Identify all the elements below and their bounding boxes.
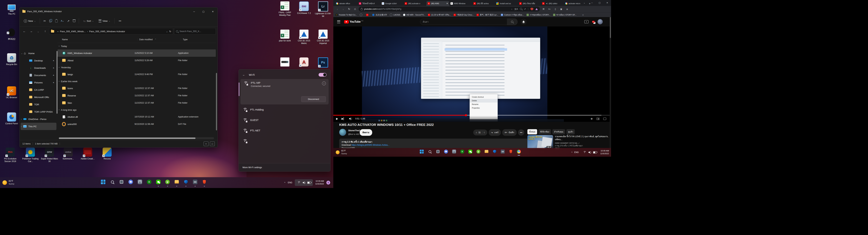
desktop-icon[interactable]: Civil 3D 2015 Imperial	[314, 30, 332, 45]
disconnect-button[interactable]: Disconnect	[301, 96, 326, 102]
browser-tab[interactable]: ◄) Install and ac ✕	[495, 1, 518, 6]
bookmark-item[interactable]: Cartoon การ์ตูน อนิเม...	[501, 13, 524, 16]
browser-tab[interactable]: ◄) (86) อีธิ activa ✕	[472, 1, 495, 6]
details-view-button[interactable]: ≡	[204, 141, 209, 146]
column-date-modified[interactable]: Date modified	[137, 38, 181, 41]
subscribe-button[interactable]: ติดตาม	[360, 129, 372, 136]
address-bar[interactable]: youtube.com/watch?v=GPkYSbrQGFg ↓ 文A ↗ |…	[359, 7, 540, 11]
taskbar-icon[interactable]	[451, 149, 458, 156]
download-link[interactable]: https://telegra.ph/KMS-Windows-Activa...	[351, 144, 390, 146]
refresh-icon[interactable]: ↻	[169, 30, 171, 33]
bookmark-item[interactable]	[360, 14, 363, 16]
desktop-icon[interactable]: CAJViewer 7.2	[295, 1, 313, 15]
browser-tab[interactable]: ◄) (86) KMS ✕	[426, 1, 449, 6]
taskbar-icon[interactable]	[145, 178, 153, 187]
desktop-icon[interactable]: Pro Evolution Soccer 2019	[1, 148, 20, 163]
show-desktop-button[interactable]	[610, 148, 611, 157]
share-button[interactable]: ↗	[66, 18, 71, 24]
forward-button[interactable]: →	[28, 28, 34, 34]
browser-tab[interactable]: ◄) Google แปลภ ✕	[380, 1, 403, 6]
tab-close-icon[interactable]: ✕	[446, 2, 448, 5]
user-avatar[interactable]	[597, 19, 603, 24]
column-name[interactable]: Name	[58, 38, 137, 41]
new-button[interactable]: +New⌄	[22, 18, 38, 24]
bookmark-item[interactable]: LAOSIS	[390, 14, 400, 16]
info-icon[interactable]: i	[322, 81, 326, 85]
sidebar-item[interactable]: Microsoft Offic ➤	[21, 94, 56, 101]
desktop-icon[interactable]	[276, 57, 294, 68]
expand-chevron-icon[interactable]: ⌄	[21, 52, 23, 54]
bookmark-item[interactable]: *周杰伦*Jay Chou...	[454, 14, 474, 16]
bookmark-item[interactable]: 北京交通大学	[372, 14, 387, 16]
tray-overflow-chevron[interactable]: ^	[284, 181, 285, 184]
language-indicator[interactable]: ENG	[288, 181, 292, 184]
explorer-titlebar[interactable]: Pass_555_KMS_Windows Activator ─ ▢ ✕	[20, 7, 218, 16]
maximize-button[interactable]: ▢	[596, 0, 603, 5]
desktop-icon[interactable]: Recuva	[98, 148, 116, 160]
connected-network-card[interactable]: PTL-VIP Connected, secured i Disconnect	[241, 79, 329, 104]
table-row[interactable]: Today	[58, 43, 216, 49]
system-tray-group[interactable]	[581, 149, 598, 156]
table-row[interactable]: About 11/5/2022 5:28 AM File folder	[58, 57, 216, 64]
clock[interactable]: 10:09 AM 11/5/2022	[315, 180, 324, 185]
browser-tab[interactable]: ◄) วิธีลดน้ำหนักเร่ ✕	[358, 1, 380, 6]
desktop-icon[interactable]: Lightroom 5.5 64-bit	[314, 1, 332, 18]
chrome-menu-icon[interactable]: ≡	[565, 8, 569, 10]
channel-avatar[interactable]	[339, 129, 346, 136]
tab-search-chevron[interactable]: ⌄	[581, 0, 588, 5]
up-button[interactable]: ↑	[42, 28, 48, 34]
desktop-icon[interactable]: This PC	[2, 3, 21, 15]
vertical-scrollbar[interactable]	[216, 73, 217, 130]
wifi-network-item[interactable]	[239, 136, 330, 146]
voice-search-button[interactable]	[521, 19, 527, 25]
tray-overflow-chevron[interactable]: ^	[571, 151, 572, 154]
forward-button[interactable]: ›	[341, 8, 345, 10]
video-player[interactable]: Create shortcutDeleteRenameProperties ▶ …	[333, 26, 610, 122]
next-button[interactable]: ▶▏	[342, 117, 346, 120]
address-dropdown-icon[interactable]: ⌄	[166, 30, 168, 33]
suggested-thumbnail[interactable]: รวมเพลง จิ๊กโก๋ IN LOVE 2 41:17	[527, 135, 553, 149]
taskbar-icon[interactable]	[108, 178, 116, 187]
menu-hamburger-icon[interactable]	[337, 20, 340, 23]
translate-icon[interactable]: 文A	[515, 8, 518, 10]
bookmark-item[interactable]	[366, 14, 369, 16]
sidebar-item[interactable]: TOR LVRP PHSA ➤	[21, 108, 56, 115]
large-icons-view-button[interactable]: ▢	[210, 141, 215, 146]
like-dislike-pill[interactable]: ☝ 11 ☟	[473, 130, 487, 135]
miniplayer-icon[interactable]	[596, 118, 599, 120]
bookmark-item[interactable]: การขุดเหมือง | STORY...	[527, 13, 550, 16]
back-button[interactable]: ←	[21, 28, 27, 34]
taskbar-icon[interactable]	[182, 178, 190, 187]
wifi-network-item[interactable]: GUEST	[239, 115, 330, 125]
volume-icon[interactable]	[349, 118, 352, 120]
bookmark-item[interactable]: »	[579, 14, 584, 16]
taskbar-icon[interactable]	[427, 149, 433, 156]
taskbar-icon[interactable]	[99, 178, 107, 187]
taskbar-icon[interactable]	[191, 178, 199, 187]
filter-chip[interactable]: สำหรับคุณ	[552, 129, 565, 134]
taskbar-icon[interactable]	[507, 149, 514, 156]
desktop-icon[interactable]: Super Robot Wars 30	[40, 148, 59, 163]
taskbar-icon[interactable]	[435, 149, 441, 156]
search-input[interactable]: ค้นหา	[420, 19, 512, 25]
sidebar-item[interactable]: CA LVRP ➤	[21, 86, 56, 94]
taskbar-icon[interactable]	[136, 178, 144, 187]
share-button[interactable]: ↪แชร์	[489, 129, 501, 136]
close-button[interactable]: ✕	[603, 0, 611, 5]
more-wifi-settings-link[interactable]: More Wi-Fi settings	[239, 163, 330, 172]
sidebar-item[interactable]: ⌄ Home ➤	[21, 50, 56, 57]
desktop-icon[interactable]: Adobe Creati...	[79, 148, 97, 160]
wifi-network-item[interactable]: PTL-NET	[239, 125, 330, 136]
filter-chip[interactable]: ทั้งหมด	[527, 129, 537, 134]
table-row[interactable]: Skin 11/2/2022 12:37 AM File folder	[58, 99, 216, 107]
delete-button[interactable]	[71, 18, 77, 24]
back-button[interactable]: ‹	[335, 8, 340, 10]
desktop-icon[interactable]: plan for work	[276, 30, 294, 42]
breadcrumb-current[interactable]: Pass_555_KMS_Windows Activator	[89, 30, 125, 33]
media-controls-icon[interactable]: ≡♪	[547, 8, 552, 10]
browser-tab[interactable]: ◄) (86) เกิดมาเพื่อ ✕	[518, 1, 541, 6]
bookmark-item[interactable]: 勇气 - 棉子 歌詞 Lyr...	[476, 14, 498, 16]
taskbar-icon[interactable]	[516, 149, 522, 156]
expand-chevron-icon[interactable]: ›	[21, 125, 23, 127]
profile-avatar[interactable]: ▣	[559, 8, 563, 10]
